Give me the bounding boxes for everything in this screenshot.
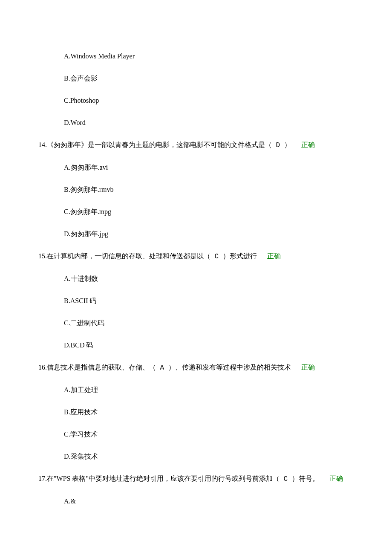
q16-option-d: D.采集技术: [38, 451, 354, 462]
q14-option-b: B.匆匆那年.rmvb: [38, 185, 354, 195]
question-text-before: 在计算机内部，一切信息的存取、处理和传送都是以（: [47, 252, 210, 260]
answer-blank: D: [272, 142, 284, 149]
option-text: A.&: [64, 497, 76, 505]
option-text: A.十进制数: [64, 275, 98, 282]
answer-blank: C: [280, 475, 292, 483]
q13-option-b: B.会声会影: [38, 73, 354, 84]
question-number: 16.: [38, 364, 47, 371]
option-text: C.学习技术: [64, 431, 98, 438]
q14-option-c: C.匆匆那年.mpg: [38, 207, 354, 217]
q16-option-b: B.应用技术: [38, 407, 354, 417]
q15-option-c: C.二进制代码: [38, 318, 354, 328]
question-17: 17.在"WPS 表格"中要对地址进行绝对引用，应该在要引用的行号或列号前添加（…: [38, 474, 354, 506]
correct-badge: 正确: [329, 475, 343, 482]
option-text: D.采集技术: [64, 453, 98, 460]
q14-option-a: A.匆匆那年.avi: [38, 162, 354, 173]
q15-option-d: D.BCD 码: [38, 340, 354, 350]
q16-option-c: C.学习技术: [38, 429, 354, 439]
question-14: 14.《匆匆那年》是一部以青春为主题的电影，这部电影不可能的文件格式是（ D ）…: [38, 140, 354, 239]
q13-option-c: C.Photoshop: [38, 95, 354, 106]
option-text: C.匆匆那年.mpg: [64, 208, 111, 215]
correct-badge: 正确: [301, 364, 315, 371]
option-text: D.Word: [64, 119, 86, 126]
q16-stem: 16.信息技术是指信息的获取、存储、（ A ）、传递和发布等过程中涉及的相关技术…: [38, 362, 354, 373]
answer-blank: C: [210, 253, 223, 260]
q13-options-partial: A.Windows Media Player B.会声会影 C.Photosho…: [38, 51, 354, 128]
option-text: B.匆匆那年.rmvb: [64, 186, 113, 193]
option-text: C.二进制代码: [64, 319, 104, 327]
q14-stem: 14.《匆匆那年》是一部以青春为主题的电影，这部电影不可能的文件格式是（ D ）…: [38, 140, 354, 150]
question-number: 17.: [38, 475, 47, 482]
q13-option-a: A.Windows Media Player: [38, 51, 354, 61]
q15-option-b: B.ASCII 码: [38, 296, 354, 306]
q16-option-a: A.加工处理: [38, 385, 354, 395]
question-number: 14.: [38, 141, 47, 148]
q15-option-a: A.十进制数: [38, 274, 354, 284]
question-text-after: ）符号。: [292, 475, 319, 482]
option-text: A.Windows Media Player: [64, 52, 135, 60]
option-text: B.ASCII 码: [64, 297, 96, 304]
correct-badge: 正确: [267, 252, 281, 260]
question-16: 16.信息技术是指信息的获取、存储、（ A ）、传递和发布等过程中涉及的相关技术…: [38, 362, 354, 462]
question-text-before: 《匆匆那年》是一部以青春为主题的电影，这部电影不可能的文件格式是（: [47, 141, 272, 148]
option-text: D.BCD 码: [64, 341, 93, 349]
question-text-after: ）形式进行: [223, 252, 257, 260]
option-text: C.Photoshop: [64, 97, 99, 104]
option-text: B.应用技术: [64, 408, 98, 416]
q17-option-a: A.&: [38, 496, 354, 506]
option-text: B.会声会影: [64, 75, 98, 82]
option-text: A.匆匆那年.avi: [64, 164, 108, 171]
question-15: 15.在计算机内部，一切信息的存取、处理和传送都是以（ C ）形式进行正确 A.…: [38, 251, 354, 350]
question-text-after: ）、传递和发布等过程中涉及的相关技术: [168, 364, 291, 371]
option-text: D.匆匆那年.jpg: [64, 230, 108, 237]
question-text-before: 信息技术是指信息的获取、存储、（: [47, 364, 156, 371]
question-text-after: ）: [284, 141, 291, 148]
q14-option-d: D.匆匆那年.jpg: [38, 229, 354, 239]
option-text: A.加工处理: [64, 386, 98, 393]
question-text-before: 在"WPS 表格"中要对地址进行绝对引用，应该在要引用的行号或列号前添加（: [47, 475, 280, 482]
q17-stem: 17.在"WPS 表格"中要对地址进行绝对引用，应该在要引用的行号或列号前添加（…: [38, 474, 354, 484]
answer-blank: A: [156, 364, 168, 372]
question-number: 15.: [38, 252, 47, 260]
q13-option-d: D.Word: [38, 118, 354, 128]
correct-badge: 正确: [301, 141, 315, 148]
q15-stem: 15.在计算机内部，一切信息的存取、处理和传送都是以（ C ）形式进行正确: [38, 251, 354, 262]
